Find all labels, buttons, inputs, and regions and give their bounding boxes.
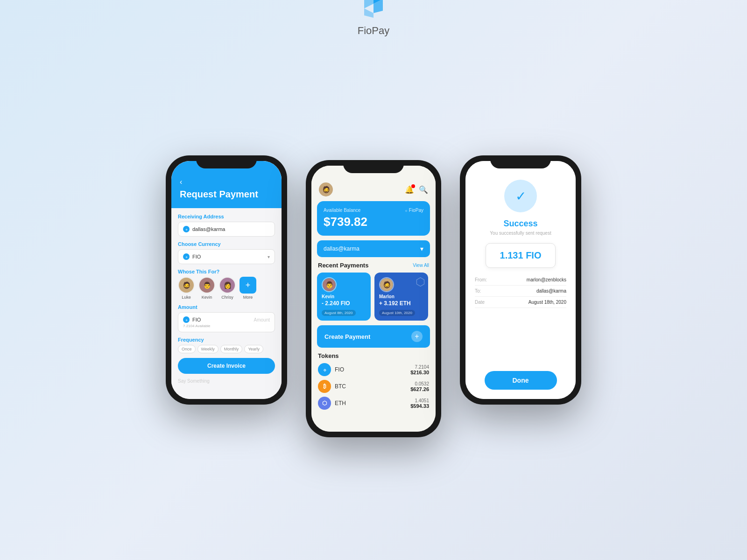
success-title: Success [503, 219, 537, 229]
contact-name-chrisy: Chrisy [221, 295, 233, 300]
token-fio-left: ⬦ FIO [318, 363, 344, 376]
eth-token-name: ETH [335, 400, 346, 406]
create-payment-button[interactable]: Create Payment + [317, 325, 430, 348]
transaction-details: From: marlon@zenblocks To: dallas@karma … [475, 274, 566, 308]
amount-placeholder: Amount [254, 317, 270, 322]
contact-avatar-kevin: 👨 [198, 277, 215, 294]
phone-notch-left [196, 155, 257, 168]
frequency-row: Once Weekly Monthly Yearly [178, 345, 275, 353]
phone-notch-mid [343, 160, 404, 173]
create-plus-icon: + [411, 331, 423, 342]
fio-token-icon: ⬦ [318, 363, 331, 376]
receiving-address-input[interactable]: ⬦ dallas@karma [178, 222, 275, 237]
app-logo: FioPay [357, 0, 390, 37]
more-label: More [243, 295, 253, 300]
freq-monthly[interactable]: Monthly [220, 345, 243, 353]
fio-token-name: FIO [335, 366, 344, 373]
choose-currency-label: Choose Currency [178, 241, 275, 247]
btc-token-icon: ₿ [318, 380, 331, 393]
contacts-row: 🧔 Luke 👨 Kevin 👩 [178, 277, 275, 300]
success-amount: 1.131 FIO [500, 250, 542, 261]
contact-name-kevin: Kevin [202, 295, 212, 300]
success-circle: ✓ [504, 180, 537, 212]
search-icon[interactable]: 🔍 [419, 185, 428, 194]
account-dropdown-arrow: ▾ [420, 245, 423, 252]
payment-card-marlon[interactable]: ⬡ 🧔 Marlon + 3.192 ETH August 10th, 2020 [374, 273, 428, 321]
page-title: Request Payment [180, 189, 273, 200]
date-value: August 18th, 2020 [529, 300, 566, 305]
date-row: Date August 18th, 2020 [475, 297, 566, 308]
check-icon: ✓ [515, 189, 526, 204]
balance-label-text: Available Balance [324, 208, 360, 213]
notification-bell[interactable]: 🔔 [405, 185, 414, 194]
payment-avatar-marlon: 🧔 [379, 277, 394, 292]
token-fio[interactable]: ⬦ FIO 7.2104 $216.30 [318, 363, 429, 376]
payment-name-marlon: Marlon [379, 294, 423, 299]
phone-notch-right [490, 155, 551, 168]
contact-kevin[interactable]: 👨 Kevin [198, 277, 215, 300]
payments-row: 👨 Kevin - 2.240 FIO August 8th, 2020 ⬡ 🧔… [311, 273, 436, 325]
whose-for-label: Whose This For? [178, 269, 275, 274]
contact-avatar-chrisy: 👩 [219, 277, 236, 294]
app-name: FioPay [358, 25, 389, 37]
token-eth[interactable]: ⬡ ETH 1.4051 $594.33 [318, 397, 429, 410]
currency-dropdown-arrow: ▾ [268, 254, 270, 259]
payment-avatar-kevin: 👨 [322, 277, 337, 292]
date-label: Date [475, 300, 485, 305]
eth-token-value: $594.33 [410, 403, 429, 409]
done-button[interactable]: Done [485, 371, 557, 390]
view-all-link[interactable]: View All [413, 263, 429, 268]
currency-fio-icon: ⬦ [183, 253, 190, 260]
topbar-icons: 🔔 🔍 [405, 185, 428, 194]
receiving-address-value: dallas@karma [192, 226, 225, 232]
receiving-address-label: Receiving Address [178, 214, 275, 219]
freq-yearly[interactable]: Yearly [244, 345, 263, 353]
right-phone: ✓ Success You successfully sent request … [460, 155, 581, 405]
currency-select[interactable]: ⬦ FIO ▾ [178, 249, 275, 264]
tokens-section: Tokens ⬦ FIO 7.2104 $216.30 ₿ [311, 352, 436, 410]
success-screen: ✓ Success You successfully sent request … [465, 161, 576, 399]
left-body: Receiving Address ⬦ dallas@karma Choose … [171, 208, 282, 389]
currency-value: FIO [192, 254, 201, 259]
freq-once[interactable]: Once [178, 345, 196, 353]
eth-token-amount: 1.4051 [410, 398, 429, 403]
frequency-label: Frequency [178, 337, 275, 343]
fio-token-amount: 7.2104 [410, 364, 429, 370]
eth-token-icon: ⬡ [318, 397, 331, 410]
payment-date-marlon: August 10th, 2020 [379, 310, 415, 316]
middle-phone: 🧔 🔔 🔍 Available Balance ⬦ FioPay [306, 160, 441, 437]
say-something: Say Something [178, 378, 275, 384]
token-btc-right: 0.0532 $627.26 [410, 381, 429, 392]
amount-input[interactable]: ⬦ FIO Amount 7.2104 Available [178, 312, 275, 332]
btc-token-name: BTC [335, 383, 346, 390]
payment-date-kevin: August 8th, 2020 [322, 310, 356, 316]
contact-avatar-luke: 🧔 [178, 277, 195, 294]
back-button[interactable]: ‹ [180, 178, 273, 186]
fiopay-brand: ⬦ FioPay [405, 208, 423, 213]
contact-luke[interactable]: 🧔 Luke [178, 277, 195, 300]
contact-chrisy[interactable]: 👩 Chrisy [219, 277, 236, 300]
token-btc[interactable]: ₿ BTC 0.0532 $627.26 [318, 380, 429, 393]
payment-card-kevin[interactable]: 👨 Kevin - 2.240 FIO August 8th, 2020 [317, 273, 371, 321]
freq-weekly[interactable]: Weekly [197, 345, 218, 353]
balance-label-row: Available Balance ⬦ FioPay [324, 208, 423, 213]
from-value: marlon@zenblocks [527, 277, 566, 282]
user-avatar[interactable]: 🧔 [319, 182, 333, 196]
token-eth-right: 1.4051 $594.33 [410, 398, 429, 409]
tokens-title: Tokens [318, 352, 429, 359]
left-phone: ‹ Request Payment Receiving Address ⬦ da… [166, 155, 287, 405]
token-fio-right: 7.2104 $216.30 [410, 364, 429, 375]
amount-available: 7.2104 Available [183, 324, 270, 328]
recent-payments-header: Recent Payments View All [311, 262, 436, 273]
create-invoice-button[interactable]: Create Invoice [178, 358, 275, 374]
svg-marker-2 [364, 0, 374, 8]
balance-card: Available Balance ⬦ FioPay $739.82 [317, 201, 430, 236]
to-row: To: dallas@karma [475, 286, 566, 297]
to-label: To: [475, 288, 481, 294]
create-payment-label: Create Payment [324, 333, 370, 340]
from-row: From: marlon@zenblocks [475, 274, 566, 286]
notification-badge [411, 184, 415, 188]
more-contacts-button[interactable]: + [240, 277, 256, 294]
amount-currency: FIO [192, 317, 201, 322]
account-selector[interactable]: dallas@karma ▾ [317, 240, 430, 257]
